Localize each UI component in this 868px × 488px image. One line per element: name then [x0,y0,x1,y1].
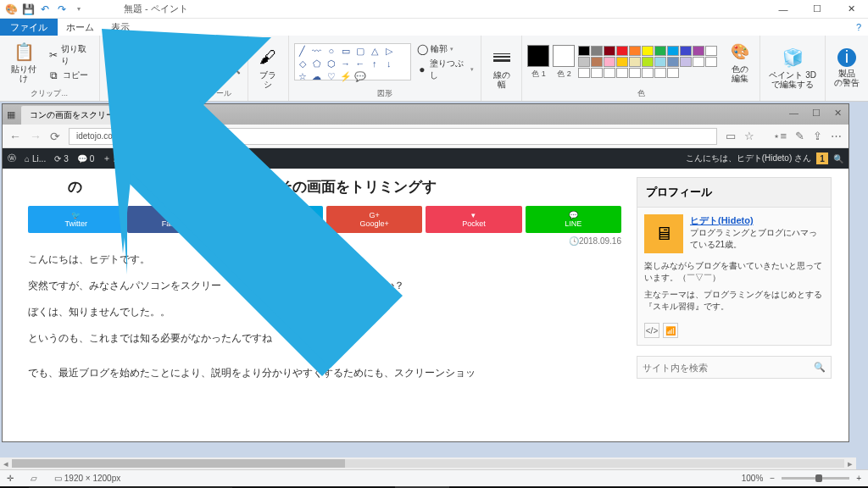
twitter-button[interactable]: 🐦Twitter [28,206,124,233]
search-icon[interactable]: 🔍 [814,362,826,373]
back-icon[interactable]: ← [9,130,21,143]
wp-site-link[interactable]: ⌂ Li... [25,154,46,164]
search-icon[interactable]: 🔍 [833,154,843,164]
hatena-button[interactable]: B! [227,206,323,233]
forward-icon[interactable]: → [30,130,42,143]
home-tab[interactable]: ホーム [58,19,103,36]
canvas[interactable]: ▦ コンの画面をスクリーン ✕ ＋ ∨ — ☐ ✕ ← → ⟳ idetojo.… [2,103,849,442]
wp-comments[interactable]: 💬 0 [77,154,95,164]
color-swatch[interactable] [578,57,590,67]
color-swatch[interactable] [642,68,654,78]
redo-icon[interactable]: ↷ [54,2,70,17]
fill-shape-button[interactable]: ●塗りつぶし▾ [415,57,476,82]
h-scrollbar[interactable]: ◂ ▸ [0,458,856,469]
color-swatch[interactable] [629,68,641,78]
zoom-icon[interactable]: 🔍 [229,63,241,75]
close-tab-icon[interactable]: ✕ [128,111,135,120]
color-palette[interactable] [578,46,722,78]
picker-icon[interactable]: 💧 [214,63,225,75]
color-swatch[interactable] [591,46,603,56]
paste-button[interactable]: 📋 貼り付け [5,39,43,85]
save-icon[interactable]: 💾 [20,2,36,17]
refresh-icon[interactable]: ⟳ [50,130,60,143]
wp-edit-post[interactable]: ✎ 投稿の編集 [139,152,191,164]
color-swatch[interactable] [616,57,628,67]
color-swatch[interactable] [591,68,603,78]
facebook-button[interactable]: fFaceb... [127,206,223,233]
color-swatch[interactable] [654,46,666,56]
notes-icon[interactable]: ✎ [795,130,804,142]
file-tab[interactable]: ファイル [0,19,58,36]
gplus-button[interactable]: G+Google+ [326,206,422,233]
edge-minimize-icon[interactable]: — [782,104,805,125]
color-swatch[interactable] [604,46,615,56]
edge-close-icon[interactable]: ✕ [827,104,849,125]
close-button[interactable]: ✕ [834,0,868,19]
share-icon[interactable]: ⇪ [813,130,822,142]
color-swatch[interactable] [705,46,717,56]
view-tab[interactable]: 表示 [103,19,138,36]
edit-colors-button[interactable]: 🎨 色の 編集 [726,39,754,85]
edge-maximize-icon[interactable]: ☐ [805,104,827,125]
undo-icon[interactable]: ↶ [37,2,53,17]
maximize-button[interactable]: ☐ [800,0,834,19]
wp-greeting[interactable]: こんにちは、ヒデト(Hideto) さん [686,152,811,164]
color-swatch[interactable] [693,46,704,56]
pocket-button[interactable]: ▾Pocket [426,206,521,233]
eraser-icon[interactable]: ◧ [198,63,210,75]
color-swatch[interactable] [693,57,704,67]
color-swatch[interactable] [604,68,615,78]
select-button[interactable]: 選択 [105,57,131,85]
color-swatch[interactable] [654,68,666,78]
zoom-in-button[interactable]: + [856,474,861,483]
favorite-icon[interactable]: ☆ [744,130,754,142]
wp-admin-menu[interactable]: 管理メニュー [199,152,250,164]
copy-button[interactable]: ⧉コピー [47,69,94,82]
rss-icon[interactable]: 📶 [663,323,678,338]
cut-button[interactable]: ✂切り取り [47,42,94,68]
more-icon[interactable]: ⋯ [831,130,842,142]
color-swatch[interactable] [667,57,679,67]
pencil-icon[interactable]: ✏ [198,49,210,61]
trim-button[interactable]: ▣トリミング [134,37,187,63]
line-button[interactable]: 💬LINE [526,206,621,233]
brush-button[interactable]: 🖌 ブラシ [253,45,283,91]
text-icon[interactable]: A [229,49,241,61]
color-swatch[interactable] [667,46,679,56]
fill-icon[interactable]: 🪣 [214,49,225,61]
color-swatch[interactable] [667,68,679,78]
wp-updates[interactable]: ⟳ 3 [54,154,69,164]
color-swatch[interactable] [591,57,603,67]
new-tab-button[interactable]: ＋ [143,104,166,125]
zoom-slider[interactable] [782,477,849,480]
color-swatch[interactable] [680,57,692,67]
site-search-input[interactable] [643,363,814,373]
wp-logo-icon[interactable]: ⓦ [8,152,16,164]
browser-tab[interactable]: コンの画面をスクリーン ✕ [21,106,143,125]
color-swatch[interactable] [654,57,666,67]
color1-button[interactable]: 色 1 [527,45,549,80]
color-swatch[interactable] [578,46,590,56]
hub-fav-icon[interactable]: ⋆≡ [773,130,787,142]
profile-name-link[interactable]: ヒデト(Hideto) [690,214,824,227]
paint3d-button[interactable]: 🧊 ペイント 3D で編集する [765,45,820,91]
color-swatch[interactable] [680,46,692,56]
alerts-button[interactable]: i 製品 の警告 [831,47,863,89]
color-swatch[interactable] [616,46,628,56]
shapes-gallery[interactable]: ╱〰○▭▢△▷◇ ⬠⬡→←↑↓☆☁ ♡⚡💬 [294,43,412,80]
minimize-button[interactable]: — [766,0,800,19]
outline-button[interactable]: ◯輪郭▾ [415,42,476,56]
tabs-menu-icon[interactable]: ∨ [166,104,186,125]
color-swatch[interactable] [642,46,654,56]
color-swatch[interactable] [629,46,641,56]
color-swatch[interactable] [578,68,590,78]
help-icon[interactable]: ? [856,19,868,36]
wp-notifications[interactable]: 1 [816,152,828,164]
color-swatch[interactable] [616,68,628,78]
wp-new[interactable]: ＋ 新規 [103,152,131,164]
resize-button[interactable]: ⤢サイズ変更 [134,64,187,89]
url-field[interactable]: idetojo.com [69,128,717,145]
color-swatch[interactable] [705,57,717,67]
color2-button[interactable]: 色 2 [553,45,575,80]
zoom-out-button[interactable]: − [770,474,775,483]
